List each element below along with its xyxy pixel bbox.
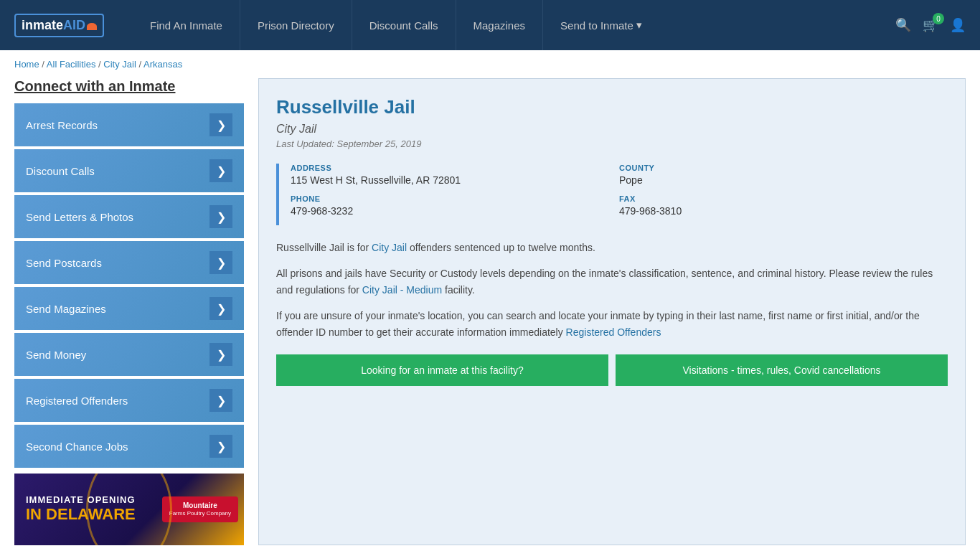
logo-aid-text: AID [63,18,85,33]
user-icon[interactable]: 👤 [950,17,966,33]
sidebar-send-postcards[interactable]: Send Postcards ❯ [14,241,244,284]
nav-find-inmate[interactable]: Find An Inmate [133,0,240,50]
ad-logo: Mountaire Farms Poultry Company [162,496,238,522]
sidebar: Connect with an Inmate Arrest Records ❯ … [14,78,244,545]
county-cell: COUNTY Pope [619,164,948,186]
sidebar-title: Connect with an Inmate [14,78,244,95]
address-cell: ADDRESS 115 West H St, Russellville, AR … [291,164,619,186]
sidebar-second-chance-jobs[interactable]: Second Chance Jobs ❯ [14,425,244,468]
city-jail-link-1[interactable]: City Jail [372,242,407,253]
breadcrumb-all-facilities[interactable]: All Facilities [47,59,96,70]
sidebar-send-letters[interactable]: Send Letters & Photos ❯ [14,195,244,238]
county-value: Pope [619,174,948,186]
facility-type: City Jail [276,123,948,136]
breadcrumb-city-jail[interactable]: City Jail [103,59,136,70]
sidebar-arrest-records[interactable]: Arrest Records ❯ [14,103,244,146]
visitations-button[interactable]: Visitations - times, rules, Covid cancel… [616,354,948,386]
sidebar-discount-calls[interactable]: Discount Calls ❯ [14,149,244,192]
navigation: inmate AID Find An Inmate Prison Directo… [0,0,980,50]
main-container: Connect with an Inmate Arrest Records ❯ … [0,78,980,551]
phone-cell: PHONE 479-968-3232 [291,194,619,217]
cart-badge: 0 [933,13,944,24]
phone-value: 479-968-3232 [291,205,619,217]
description-1: Russellville Jail is for City Jail offen… [276,240,948,255]
fax-value: 479-968-3810 [619,205,948,217]
breadcrumb-state[interactable]: Arkansas [143,59,182,70]
sidebar-send-money[interactable]: Send Money ❯ [14,333,244,376]
logo-hat-icon [87,23,97,30]
description-2: All prisons and jails have Security or C… [276,265,948,298]
logo[interactable]: inmate AID [14,14,104,37]
sidebar-send-magazines[interactable]: Send Magazines ❯ [14,287,244,330]
nav-discount-calls[interactable]: Discount Calls [352,0,456,50]
facility-last-updated: Last Updated: September 25, 2019 [276,138,948,149]
phone-label: PHONE [291,194,619,203]
ad-banner[interactable]: IMMEDIATE OPENING IN DELAWARE Mountaire … [14,474,244,545]
ad-arc-decoration [86,474,172,545]
address-value: 115 West H St, Russellville, AR 72801 [291,174,619,186]
action-buttons: Looking for an inmate at this facility? … [276,354,948,386]
registered-offenders-link[interactable]: Registered Offenders [566,326,661,338]
nav-send-to-inmate[interactable]: Send to Inmate ▾ [543,0,659,50]
arrow-icon: ❯ [209,297,232,320]
city-jail-medium-link[interactable]: City Jail - Medium [362,284,442,296]
description-3: If you are unsure of your inmate's locat… [276,308,948,340]
search-icon[interactable]: 🔍 [895,17,911,33]
nav-magazines[interactable]: Magazines [456,0,544,50]
nav-prison-directory[interactable]: Prison Directory [240,0,352,50]
content-panel: Russellville Jail City Jail Last Updated… [258,78,966,545]
fax-label: FAX [619,194,948,203]
breadcrumb-home[interactable]: Home [14,59,39,70]
logo-inmate-text: inmate [22,18,63,33]
facility-name: Russellville Jail [276,96,948,118]
arrow-icon: ❯ [209,251,232,274]
fax-cell: FAX 479-968-3810 [619,194,948,217]
arrow-icon: ❯ [209,205,232,228]
county-label: COUNTY [619,164,948,172]
sidebar-registered-offenders[interactable]: Registered Offenders ❯ [14,379,244,422]
arrow-icon: ❯ [209,113,232,136]
arrow-icon: ❯ [209,343,232,366]
nav-links: Find An Inmate Prison Directory Discount… [133,0,895,50]
cart-icon[interactable]: 🛒 0 [923,17,938,33]
arrow-icon: ❯ [209,435,232,458]
arrow-icon: ❯ [209,159,232,182]
find-inmate-button[interactable]: Looking for an inmate at this facility? [276,354,608,386]
nav-icons: 🔍 🛒 0 👤 [895,17,966,33]
address-label: ADDRESS [291,164,619,172]
arrow-icon: ❯ [209,389,232,412]
breadcrumb: Home / All Facilities / City Jail / Arka… [0,50,980,78]
facility-info-grid: ADDRESS 115 West H St, Russellville, AR … [276,164,948,225]
